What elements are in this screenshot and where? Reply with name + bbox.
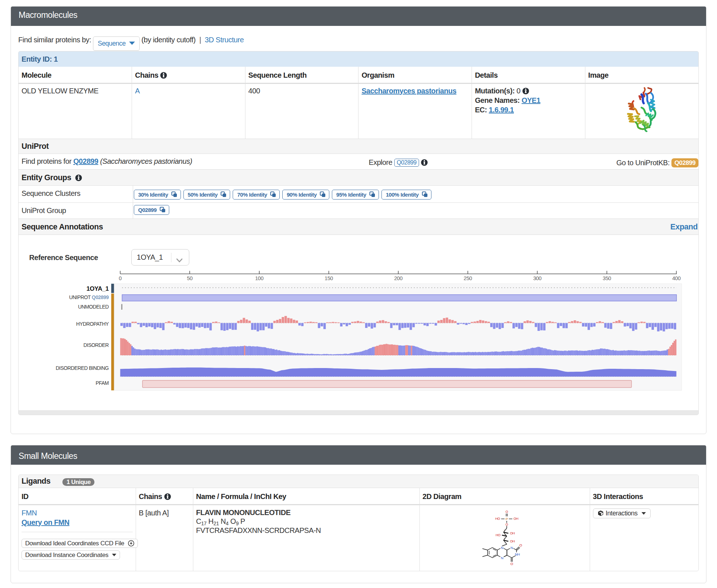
svg-text:OH: OH: [513, 517, 518, 521]
svg-text:DISORDERED BINDING: DISORDERED BINDING: [56, 365, 109, 371]
svg-text:UNIPROT Q02899: UNIPROT Q02899: [69, 295, 109, 300]
svg-text:50: 50: [187, 275, 193, 281]
svg-text:400: 400: [672, 275, 681, 281]
svg-text:NH: NH: [515, 552, 520, 556]
svg-text:O: O: [505, 523, 508, 526]
svg-text:250: 250: [464, 275, 472, 281]
svg-text:UNMODELED: UNMODELED: [78, 304, 109, 310]
svg-text:O: O: [519, 543, 522, 547]
svg-text:150: 150: [325, 275, 333, 281]
svg-text:S: S: [504, 534, 505, 536]
svg-text:300: 300: [533, 275, 542, 281]
svg-text:HO: HO: [495, 533, 500, 537]
svg-text:200: 200: [394, 275, 403, 281]
svg-text:N: N: [501, 556, 503, 560]
svg-text:N: N: [510, 546, 513, 550]
svg-text:OH: OH: [510, 539, 515, 543]
svg-text:HYDROPATHY: HYDROPATHY: [76, 321, 109, 327]
svg-text:O: O: [510, 562, 513, 566]
svg-text:OH: OH: [510, 531, 515, 535]
svg-text:100: 100: [255, 275, 263, 281]
svg-text:DISORDER: DISORDER: [84, 343, 109, 348]
svg-text:P: P: [505, 517, 508, 521]
svg-text:1OYA_1: 1OYA_1: [86, 285, 109, 292]
svg-text:0: 0: [119, 275, 122, 281]
svg-text:HO: HO: [495, 517, 500, 521]
svg-text:350: 350: [603, 275, 611, 281]
svg-text:O: O: [505, 510, 508, 514]
svg-text:PFAM: PFAM: [96, 380, 109, 386]
